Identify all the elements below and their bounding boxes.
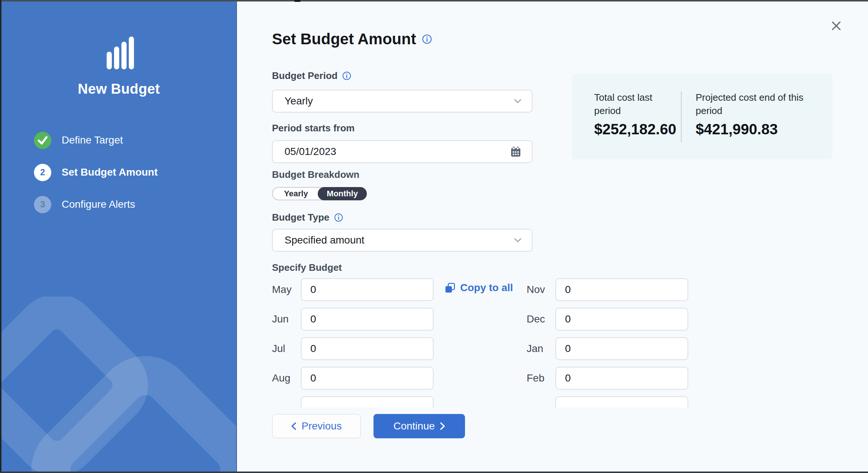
month-label-aug: Aug — [272, 372, 299, 384]
page-title: Set Budget Amount — [272, 30, 416, 48]
month-label-feb: Feb — [527, 372, 553, 384]
info-icon[interactable] — [342, 71, 351, 80]
copy-icon — [444, 282, 456, 294]
month-input-feb[interactable] — [555, 367, 688, 390]
step-number-badge: 3 — [34, 196, 51, 213]
new-budget-modal: New Budget Define Target 2 Set Budget Am… — [0, 0, 868, 473]
month-input-clipped[interactable] — [301, 396, 434, 407]
calendar-icon[interactable] — [510, 146, 521, 158]
projected-cost-value: $421,990.83 — [696, 121, 778, 138]
brand-watermark-icon — [1, 297, 237, 472]
sidebar-step-set-budget-amount[interactable]: 2 Set Budget Amount — [34, 163, 158, 181]
month-label-jan: Jan — [527, 343, 553, 355]
chevron-left-icon — [291, 422, 296, 430]
month-label-jul: Jul — [272, 343, 299, 355]
wizard-sidebar: New Budget Define Target 2 Set Budget Am… — [1, 1, 237, 472]
step-label: Set Budget Amount — [62, 166, 158, 178]
budget-type-value: Specified amount — [285, 234, 514, 246]
total-cost-last-period-value: $252,182.60 — [594, 121, 676, 138]
info-icon[interactable] — [422, 34, 432, 44]
copy-to-all-button[interactable]: Copy to all — [444, 282, 513, 294]
step-label: Define Target — [62, 134, 123, 146]
budget-type-select[interactable]: Specified amount — [272, 229, 533, 252]
month-label-jun: Jun — [272, 313, 299, 325]
chevron-down-icon — [514, 238, 521, 242]
budget-period-select[interactable]: Yearly — [272, 90, 533, 113]
budget-period-label: Budget Period — [272, 70, 338, 82]
summary-divider — [681, 92, 682, 142]
close-button[interactable] — [829, 18, 844, 33]
toggle-option-yearly[interactable]: Yearly — [273, 188, 319, 200]
step-label: Configure Alerts — [62, 198, 135, 210]
budget-period-value: Yearly — [285, 95, 514, 107]
month-input-clipped[interactable] — [555, 396, 688, 407]
month-input-nov[interactable] — [555, 278, 688, 301]
cost-summary-card: Total cost last period $252,182.60 Proje… — [572, 74, 833, 159]
month-input-jun[interactable] — [301, 308, 434, 331]
period-start-date-input[interactable]: 05/01/2023 — [272, 140, 533, 163]
month-label-nov: Nov — [527, 284, 553, 296]
month-input-may[interactable] — [301, 278, 434, 301]
month-input-dec[interactable] — [555, 308, 688, 331]
month-budget-grid: May Jun Jul Aug Copy to all Nov — [272, 274, 695, 407]
chevron-down-icon — [514, 99, 521, 103]
close-icon — [831, 20, 842, 31]
info-icon[interactable] — [334, 213, 343, 222]
previous-button[interactable]: Previous — [272, 414, 361, 438]
period-start-date-value: 05/01/2023 — [285, 146, 510, 158]
specify-budget-label: Specify Budget — [272, 262, 342, 273]
budget-breakdown-label: Budget Breakdown — [272, 169, 359, 180]
month-input-jan[interactable] — [555, 337, 688, 360]
continue-button[interactable]: Continue — [373, 414, 465, 438]
total-cost-last-period-label: Total cost last period — [594, 91, 677, 118]
previous-button-label: Previous — [302, 420, 342, 432]
month-label-dec: Dec — [527, 313, 553, 325]
period-starts-label: Period starts from — [272, 122, 355, 134]
continue-button-label: Continue — [393, 420, 435, 432]
chevron-right-icon — [440, 422, 445, 430]
toggle-option-monthly[interactable]: Monthly — [318, 187, 367, 200]
month-label-may: May — [272, 284, 299, 296]
projected-cost-label: Projected cost end of this period — [696, 91, 821, 118]
budget-breakdown-toggle: Yearly Monthly — [272, 187, 365, 200]
sidebar-step-configure-alerts[interactable]: 3 Configure Alerts — [34, 196, 135, 213]
screen-bottom-edge — [0, 472, 868, 473]
screen-top-edge-mark — [294, 0, 300, 2]
budget-type-label: Budget Type — [272, 212, 330, 223]
wizard-title: New Budget — [1, 81, 236, 97]
month-input-jul[interactable] — [301, 337, 434, 360]
step-complete-check-icon — [34, 132, 51, 149]
sidebar-step-define-target[interactable]: Define Target — [34, 131, 123, 149]
month-input-aug[interactable] — [301, 367, 434, 390]
copy-to-all-label: Copy to all — [460, 282, 513, 294]
step-number-badge: 2 — [34, 164, 51, 181]
bar-chart-logo-icon — [107, 37, 135, 69]
